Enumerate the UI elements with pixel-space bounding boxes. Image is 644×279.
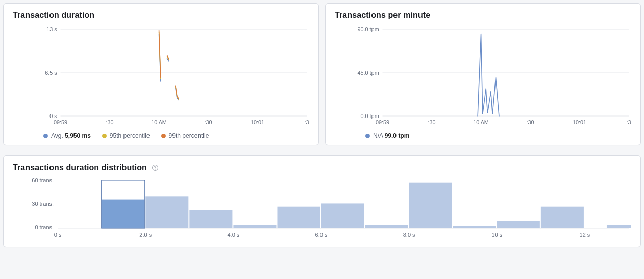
svg-rect-34 (277, 207, 320, 228)
svg-rect-31 (145, 196, 188, 228)
svg-text:6.0 s: 6.0 s (315, 231, 328, 238)
svg-text:10 s: 10 s (491, 231, 502, 238)
svg-rect-36 (365, 225, 408, 228)
legend-item-99th[interactable]: 99th percentile (161, 132, 209, 140)
help-icon[interactable] (152, 164, 159, 171)
svg-text:10 AM: 10 AM (151, 119, 167, 125)
panel-transaction-duration: Transaction duration 13 s 6.5 s 0 s 09:5… (3, 3, 319, 145)
svg-text:60 trans.: 60 trans. (32, 177, 54, 183)
svg-text::30: :30 (106, 119, 114, 125)
svg-text:6.5 s: 6.5 s (45, 69, 57, 76)
svg-text:10 AM: 10 AM (473, 119, 489, 125)
legend-tpm: N/A 99.0 tpm (335, 128, 631, 140)
svg-text:10:01: 10:01 (573, 119, 586, 125)
svg-text:13 s: 13 s (46, 26, 57, 32)
panel-title-tpm: Transactions per minute (335, 11, 631, 20)
legend-item-avg[interactable]: Avg. 5,950 ms (43, 132, 91, 140)
panel-title-distribution: Transactions duration distribution (13, 163, 631, 172)
svg-text:0 s: 0 s (49, 113, 57, 119)
svg-text:09:59: 09:59 (376, 119, 389, 125)
svg-text:0 s: 0 s (54, 231, 62, 238)
svg-text::3: :3 (627, 119, 631, 125)
legend-duration: Avg. 5,950 ms 95th percentile 99th perce… (13, 128, 309, 140)
svg-point-25 (155, 169, 155, 169)
svg-text:30 trans.: 30 trans. (32, 201, 54, 207)
svg-rect-35 (321, 203, 364, 228)
chart-duration[interactable]: 13 s 6.5 s 0 s 09:59:3010 AM:3010:01:3 (13, 23, 309, 128)
svg-text::30: :30 (205, 119, 212, 125)
chart-distribution[interactable]: 60 trans. 30 trans. 0 trans. 0 s2.0 s4.0… (13, 175, 631, 242)
svg-text::30: :30 (527, 119, 534, 125)
svg-text::30: :30 (428, 119, 436, 125)
svg-rect-37 (409, 183, 452, 228)
svg-rect-33 (233, 225, 276, 228)
svg-text:12 s: 12 s (580, 231, 590, 238)
svg-text:09:59: 09:59 (54, 119, 67, 125)
panel-tpm: Transactions per minute 90.0 tpm 45.0 tp… (325, 3, 641, 145)
svg-rect-30 (102, 200, 144, 228)
svg-text::3: :3 (305, 119, 309, 125)
panel-title-duration: Transaction duration (13, 11, 309, 20)
svg-text:0 trans.: 0 trans. (35, 224, 54, 230)
svg-text:90.0 tpm: 90.0 tpm (358, 26, 379, 32)
chart-tpm[interactable]: 90.0 tpm 45.0 tpm 0.0 tpm 09:59:3010 AM:… (335, 23, 631, 128)
svg-rect-41 (607, 225, 631, 228)
legend-item-95th[interactable]: 95th percentile (102, 132, 150, 140)
svg-text:8.0 s: 8.0 s (403, 231, 415, 238)
panel-distribution: Transactions duration distribution 60 tr… (3, 155, 641, 247)
legend-item-tpm[interactable]: N/A 99.0 tpm (365, 132, 409, 140)
svg-text:45.0 tpm: 45.0 tpm (358, 69, 379, 76)
svg-rect-38 (453, 226, 496, 228)
svg-text:4.0 s: 4.0 s (227, 231, 239, 238)
svg-rect-39 (497, 221, 540, 228)
svg-rect-40 (541, 207, 584, 228)
svg-rect-32 (189, 210, 232, 228)
svg-text:10:01: 10:01 (251, 119, 264, 125)
svg-text:0.0 tpm: 0.0 tpm (361, 113, 379, 119)
svg-text:2.0 s: 2.0 s (139, 231, 152, 238)
